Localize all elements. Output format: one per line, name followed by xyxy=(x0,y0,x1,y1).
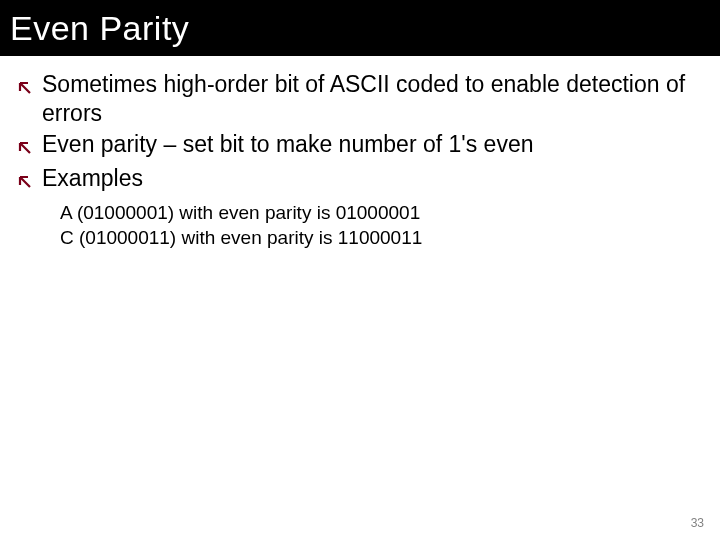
page-number: 33 xyxy=(691,516,704,530)
arrow-up-left-icon xyxy=(18,134,36,162)
example-list: A (01000001) with even parity is 0100000… xyxy=(18,200,700,251)
slide-content: Sometimes high-order bit of ASCII coded … xyxy=(0,56,720,251)
bullet-text: Even parity – set bit to make number of … xyxy=(42,130,533,159)
bullet-item: Examples xyxy=(18,164,700,196)
bullet-text: Examples xyxy=(42,164,143,193)
title-bar: Even Parity xyxy=(0,0,720,56)
arrow-up-left-icon xyxy=(18,168,36,196)
page-title: Even Parity xyxy=(10,9,189,48)
example-item: C (01000011) with even parity is 1100001… xyxy=(60,225,700,251)
example-item: A (01000001) with even parity is 0100000… xyxy=(60,200,700,226)
arrow-up-left-icon xyxy=(18,74,36,102)
bullet-item: Even parity – set bit to make number of … xyxy=(18,130,700,162)
bullet-text: Sometimes high-order bit of ASCII coded … xyxy=(42,70,700,128)
bullet-item: Sometimes high-order bit of ASCII coded … xyxy=(18,70,700,128)
